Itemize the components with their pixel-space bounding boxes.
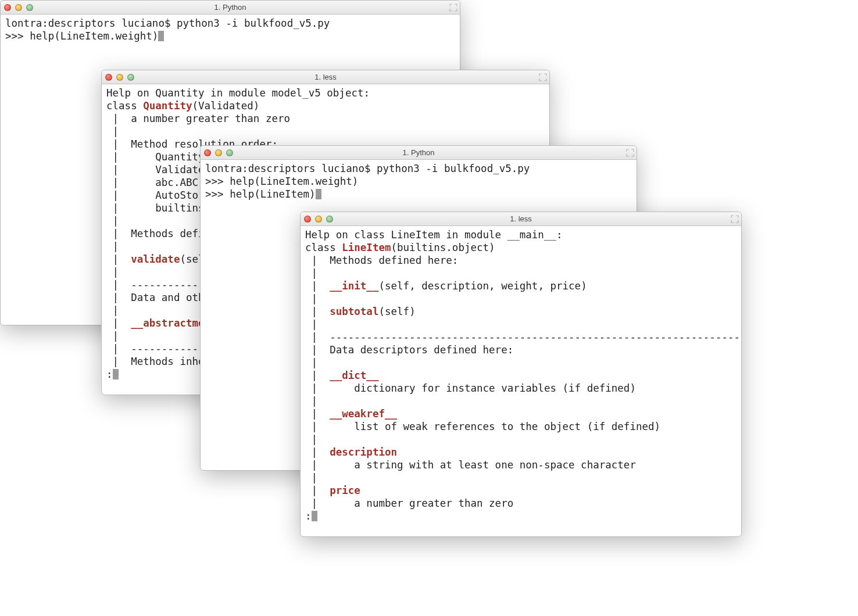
titlebar[interactable]: 1. less: [301, 212, 741, 226]
terminal-text: |: [305, 357, 330, 368]
minimize-icon[interactable]: [15, 4, 22, 11]
terminal-line: lontra:descriptors luciano$ python3 -i b…: [5, 17, 455, 30]
terminal-text: | Data descriptors defined here:: [305, 344, 513, 356]
terminal-line: | __dict__: [305, 369, 737, 382]
traffic-lights: [204, 149, 233, 156]
terminal-line: |: [305, 395, 737, 407]
terminal-text: | abc.ABC: [106, 177, 198, 188]
terminal-text: :: [106, 368, 113, 380]
terminal-line: | price: [305, 484, 737, 497]
terminal-text: |: [106, 330, 131, 342]
terminal-text: |: [106, 241, 131, 252]
cursor-icon: [312, 511, 317, 521]
highlighted-text: price: [330, 485, 360, 496]
close-icon[interactable]: [4, 4, 11, 11]
terminal-line: | Methods defined here:: [305, 254, 737, 267]
terminal-text: :: [305, 510, 312, 522]
terminal-line: | a number greater than zero: [106, 112, 545, 125]
terminal-text: (builtins.object): [391, 242, 495, 253]
expand-icon[interactable]: [731, 214, 739, 223]
terminal-line: | --------------------------------------…: [305, 331, 737, 343]
window-title: 1. less: [301, 214, 741, 223]
terminal-text: |: [305, 408, 330, 420]
terminal-window-4[interactable]: 1. less Help on class LineItem in module…: [300, 212, 742, 537]
terminal-line: class LineItem(builtins.object): [305, 241, 737, 254]
window-title: 1. Python: [201, 148, 637, 157]
terminal-line: | list of weak references to the object …: [305, 420, 737, 433]
terminal-text: |: [106, 266, 131, 278]
terminal-text: |: [305, 472, 330, 484]
terminal-text: |: [305, 280, 330, 292]
terminal-text: class: [305, 242, 342, 253]
terminal-text: | Validated: [106, 164, 210, 176]
terminal-line: Help on class LineItem in module __main_…: [305, 228, 737, 241]
terminal-line: |: [305, 318, 737, 331]
highlighted-text: description: [330, 446, 397, 458]
terminal-text: |: [106, 317, 131, 329]
terminal-line: | __weakref__: [305, 407, 737, 420]
terminal-text: |: [106, 215, 131, 227]
minimize-icon[interactable]: [315, 216, 322, 223]
terminal-text: | a number greater than zero: [305, 497, 513, 509]
terminal-text: >>> help(LineItem): [205, 188, 316, 200]
highlighted-text: LineItem: [342, 242, 391, 253]
terminal-text: (Validated): [192, 100, 260, 112]
zoom-icon[interactable]: [26, 4, 33, 11]
terminal-text: Help on Quantity in module model_v5 obje…: [106, 87, 370, 99]
terminal-text: |: [106, 126, 131, 137]
terminal-line: | description: [305, 446, 737, 459]
titlebar[interactable]: 1. Python: [201, 146, 637, 160]
cursor-icon: [158, 31, 164, 41]
terminal-text: lontra:descriptors luciano$ python3 -i b…: [205, 163, 530, 174]
terminal-text: | a string with at least one non-space c…: [305, 459, 636, 471]
titlebar[interactable]: 1. less: [102, 70, 549, 84]
terminal-line: lontra:descriptors luciano$ python3 -i b…: [205, 162, 632, 175]
terminal-text: class: [106, 100, 143, 112]
traffic-lights: [304, 216, 333, 223]
terminal-text: |: [305, 446, 330, 458]
terminal-line: | __init__(self, description, weight, pr…: [305, 280, 737, 292]
terminal-line: |: [305, 433, 737, 446]
minimize-icon[interactable]: [215, 149, 222, 156]
terminal-line: |: [305, 267, 737, 280]
terminal-line: >>> help(LineItem.weight): [205, 175, 632, 188]
zoom-icon[interactable]: [127, 74, 134, 81]
terminal-text: | Methods defined here:: [305, 255, 458, 266]
close-icon[interactable]: [105, 74, 112, 81]
terminal-line: | Data descriptors defined here:: [305, 343, 737, 356]
terminal-text: |: [106, 253, 131, 265]
titlebar[interactable]: 1. Python: [1, 1, 460, 15]
highlighted-text: __init__: [330, 280, 378, 292]
terminal-text: | --------------------------------------…: [305, 331, 742, 343]
terminal-content[interactable]: Help on class LineItem in module __main_…: [301, 226, 741, 526]
expand-icon[interactable]: [539, 73, 547, 81]
terminal-text: |: [305, 370, 330, 381]
terminal-text: (self): [378, 306, 415, 317]
terminal-text: |: [305, 293, 330, 305]
terminal-line: | a number greater than zero: [305, 497, 737, 510]
highlighted-text: Quantity: [143, 100, 192, 112]
terminal-text: | dictionary for instance variables (if …: [305, 382, 636, 394]
terminal-text: Help on class LineItem in module __main_…: [305, 229, 563, 241]
terminal-content[interactable]: lontra:descriptors luciano$ python3 -i b…: [1, 15, 460, 46]
terminal-line: class Quantity(Validated): [106, 99, 545, 112]
expand-icon[interactable]: [449, 3, 457, 11]
terminal-line: |: [106, 125, 545, 138]
expand-icon[interactable]: [626, 148, 634, 156]
terminal-text: >>> help(LineItem.weight): [205, 176, 358, 187]
terminal-line: |: [305, 292, 737, 305]
zoom-icon[interactable]: [226, 149, 233, 156]
zoom-icon[interactable]: [326, 216, 333, 223]
terminal-line: >>> help(LineItem): [205, 188, 632, 200]
highlighted-text: __dict__: [330, 370, 378, 381]
close-icon[interactable]: [304, 216, 311, 223]
terminal-text: lontra:descriptors luciano$ python3 -i b…: [5, 17, 330, 29]
terminal-content[interactable]: lontra:descriptors luciano$ python3 -i b…: [201, 160, 637, 204]
traffic-lights: [105, 74, 134, 81]
terminal-text: |: [106, 305, 131, 316]
minimize-icon[interactable]: [116, 74, 123, 81]
terminal-line: | a string with at least one non-space c…: [305, 459, 737, 471]
terminal-text: |: [305, 267, 330, 279]
close-icon[interactable]: [204, 149, 211, 156]
highlighted-text: __weakref__: [330, 408, 397, 420]
